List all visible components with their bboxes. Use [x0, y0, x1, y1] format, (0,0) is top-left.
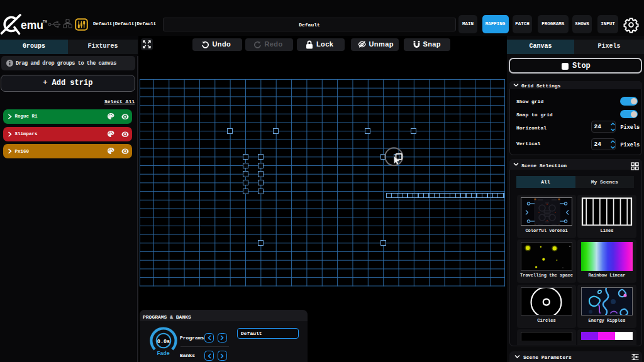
- svg-text:TM: TM: [43, 19, 47, 23]
- svg-text:emu: emu: [21, 19, 43, 31]
- svg-text:Fade: Fade: [157, 351, 169, 357]
- svg-text:0.0s: 0.0s: [157, 339, 169, 345]
